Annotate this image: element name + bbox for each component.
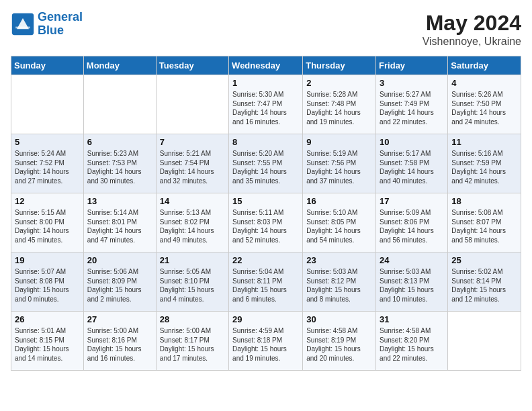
calendar-cell: 21Sunrise: 5:05 AM Sunset: 8:10 PM Dayli… xyxy=(156,253,228,312)
cell-info: Sunrise: 5:02 AM Sunset: 8:14 PM Dayligh… xyxy=(451,267,517,304)
calendar-cell: 15Sunrise: 5:11 AM Sunset: 8:03 PM Dayli… xyxy=(229,193,303,253)
cell-info: Sunrise: 4:58 AM Sunset: 8:20 PM Dayligh… xyxy=(380,326,444,363)
calendar-cell xyxy=(83,75,156,134)
cell-info: Sunrise: 5:06 AM Sunset: 8:09 PM Dayligh… xyxy=(87,267,152,304)
calendar-cell: 23Sunrise: 5:03 AM Sunset: 8:12 PM Dayli… xyxy=(303,253,376,312)
day-number: 26 xyxy=(15,314,80,324)
calendar-week-row: 1Sunrise: 5:30 AM Sunset: 7:47 PM Daylig… xyxy=(11,75,521,134)
weekday-header-friday: Friday xyxy=(376,56,448,75)
cell-info: Sunrise: 5:14 AM Sunset: 8:01 PM Dayligh… xyxy=(87,208,152,244)
calendar-cell: 19Sunrise: 5:07 AM Sunset: 8:08 PM Dayli… xyxy=(11,253,84,312)
calendar-cell: 16Sunrise: 5:10 AM Sunset: 8:05 PM Dayli… xyxy=(303,193,376,253)
calendar-cell: 11Sunrise: 5:16 AM Sunset: 7:59 PM Dayli… xyxy=(448,134,521,193)
calendar-cell: 30Sunrise: 4:58 AM Sunset: 8:19 PM Dayli… xyxy=(303,312,376,371)
month-year: May 2024 xyxy=(423,11,521,36)
day-number: 14 xyxy=(160,196,225,206)
day-number: 11 xyxy=(451,137,517,147)
cell-info: Sunrise: 5:07 AM Sunset: 8:08 PM Dayligh… xyxy=(15,267,80,304)
cell-info: Sunrise: 5:09 AM Sunset: 8:06 PM Dayligh… xyxy=(380,208,444,244)
calendar-cell: 8Sunrise: 5:20 AM Sunset: 7:55 PM Daylig… xyxy=(229,134,303,193)
calendar-week-row: 19Sunrise: 5:07 AM Sunset: 8:08 PM Dayli… xyxy=(11,253,521,312)
cell-info: Sunrise: 5:17 AM Sunset: 7:58 PM Dayligh… xyxy=(380,149,444,185)
calendar-cell: 12Sunrise: 5:15 AM Sunset: 8:00 PM Dayli… xyxy=(11,193,84,253)
cell-info: Sunrise: 5:20 AM Sunset: 7:55 PM Dayligh… xyxy=(232,149,299,185)
day-number: 8 xyxy=(232,137,299,147)
weekday-header-sunday: Sunday xyxy=(11,56,84,75)
cell-info: Sunrise: 5:01 AM Sunset: 8:15 PM Dayligh… xyxy=(15,326,80,363)
day-number: 28 xyxy=(160,314,225,324)
calendar-cell: 27Sunrise: 5:00 AM Sunset: 8:16 PM Dayli… xyxy=(83,312,156,371)
calendar-cell: 6Sunrise: 5:23 AM Sunset: 7:53 PM Daylig… xyxy=(83,134,156,193)
calendar-cell: 3Sunrise: 5:27 AM Sunset: 7:49 PM Daylig… xyxy=(376,75,448,134)
calendar-cell xyxy=(448,312,521,371)
cell-info: Sunrise: 5:08 AM Sunset: 8:07 PM Dayligh… xyxy=(451,208,517,244)
cell-info: Sunrise: 5:19 AM Sunset: 7:56 PM Dayligh… xyxy=(306,149,372,185)
day-number: 13 xyxy=(87,196,152,206)
weekday-header-wednesday: Wednesday xyxy=(229,56,303,75)
day-number: 7 xyxy=(160,137,225,147)
cell-info: Sunrise: 5:05 AM Sunset: 8:10 PM Dayligh… xyxy=(160,267,225,304)
day-number: 5 xyxy=(15,137,80,147)
day-number: 9 xyxy=(306,137,372,147)
cell-info: Sunrise: 5:15 AM Sunset: 8:00 PM Dayligh… xyxy=(15,208,80,244)
logo-text: General Blue xyxy=(38,11,83,38)
day-number: 22 xyxy=(232,255,299,265)
day-number: 30 xyxy=(306,314,372,324)
logo: General Blue xyxy=(11,11,83,38)
day-number: 1 xyxy=(232,78,299,88)
calendar-cell: 18Sunrise: 5:08 AM Sunset: 8:07 PM Dayli… xyxy=(448,193,521,253)
calendar-cell xyxy=(156,75,228,134)
day-number: 21 xyxy=(160,255,225,265)
calendar-cell: 13Sunrise: 5:14 AM Sunset: 8:01 PM Dayli… xyxy=(83,193,156,253)
location: Vishennoye, Ukraine xyxy=(423,36,521,48)
weekday-header-tuesday: Tuesday xyxy=(156,56,228,75)
day-number: 25 xyxy=(451,255,517,265)
svg-rect-2 xyxy=(15,26,30,28)
calendar-cell: 2Sunrise: 5:28 AM Sunset: 7:48 PM Daylig… xyxy=(303,75,376,134)
calendar-cell: 10Sunrise: 5:17 AM Sunset: 7:58 PM Dayli… xyxy=(376,134,448,193)
day-number: 19 xyxy=(15,255,80,265)
day-number: 20 xyxy=(87,255,152,265)
day-number: 6 xyxy=(87,137,152,147)
calendar-cell: 25Sunrise: 5:02 AM Sunset: 8:14 PM Dayli… xyxy=(448,253,521,312)
logo-icon xyxy=(11,12,35,36)
cell-info: Sunrise: 5:03 AM Sunset: 8:13 PM Dayligh… xyxy=(380,267,444,304)
weekday-header-thursday: Thursday xyxy=(303,56,376,75)
day-number: 17 xyxy=(380,196,444,206)
cell-info: Sunrise: 5:28 AM Sunset: 7:48 PM Dayligh… xyxy=(306,90,372,126)
cell-info: Sunrise: 5:03 AM Sunset: 8:12 PM Dayligh… xyxy=(306,267,372,304)
day-number: 15 xyxy=(232,196,299,206)
calendar-cell: 4Sunrise: 5:26 AM Sunset: 7:50 PM Daylig… xyxy=(448,75,521,134)
calendar-cell: 28Sunrise: 5:00 AM Sunset: 8:17 PM Dayli… xyxy=(156,312,228,371)
calendar-cell: 9Sunrise: 5:19 AM Sunset: 7:56 PM Daylig… xyxy=(303,134,376,193)
day-number: 18 xyxy=(451,196,517,206)
calendar-cell: 20Sunrise: 5:06 AM Sunset: 8:09 PM Dayli… xyxy=(83,253,156,312)
cell-info: Sunrise: 5:23 AM Sunset: 7:53 PM Dayligh… xyxy=(87,149,152,185)
weekday-header-saturday: Saturday xyxy=(448,56,521,75)
calendar-cell: 24Sunrise: 5:03 AM Sunset: 8:13 PM Dayli… xyxy=(376,253,448,312)
cell-info: Sunrise: 5:27 AM Sunset: 7:49 PM Dayligh… xyxy=(380,90,444,126)
calendar-cell: 26Sunrise: 5:01 AM Sunset: 8:15 PM Dayli… xyxy=(11,312,84,371)
calendar-cell: 5Sunrise: 5:24 AM Sunset: 7:52 PM Daylig… xyxy=(11,134,84,193)
calendar-week-row: 12Sunrise: 5:15 AM Sunset: 8:00 PM Dayli… xyxy=(11,193,521,253)
cell-info: Sunrise: 5:04 AM Sunset: 8:11 PM Dayligh… xyxy=(232,267,299,304)
day-number: 29 xyxy=(232,314,299,324)
weekday-header-monday: Monday xyxy=(83,56,156,75)
cell-info: Sunrise: 5:24 AM Sunset: 7:52 PM Dayligh… xyxy=(15,149,80,185)
day-number: 2 xyxy=(306,78,372,88)
cell-info: Sunrise: 5:00 AM Sunset: 8:16 PM Dayligh… xyxy=(87,326,152,363)
day-number: 27 xyxy=(87,314,152,324)
calendar-cell xyxy=(11,75,84,134)
calendar-cell: 7Sunrise: 5:21 AM Sunset: 7:54 PM Daylig… xyxy=(156,134,228,193)
logo-line1: General xyxy=(38,10,83,24)
cell-info: Sunrise: 4:59 AM Sunset: 8:18 PM Dayligh… xyxy=(232,326,299,363)
calendar-table: SundayMondayTuesdayWednesdayThursdayFrid… xyxy=(11,56,521,371)
day-number: 10 xyxy=(380,137,444,147)
cell-info: Sunrise: 5:00 AM Sunset: 8:17 PM Dayligh… xyxy=(160,326,225,363)
calendar-cell: 14Sunrise: 5:13 AM Sunset: 8:02 PM Dayli… xyxy=(156,193,228,253)
day-number: 24 xyxy=(380,255,444,265)
calendar-cell: 1Sunrise: 5:30 AM Sunset: 7:47 PM Daylig… xyxy=(229,75,303,134)
day-number: 4 xyxy=(451,78,517,88)
day-number: 31 xyxy=(380,314,444,324)
cell-info: Sunrise: 5:21 AM Sunset: 7:54 PM Dayligh… xyxy=(160,149,225,185)
